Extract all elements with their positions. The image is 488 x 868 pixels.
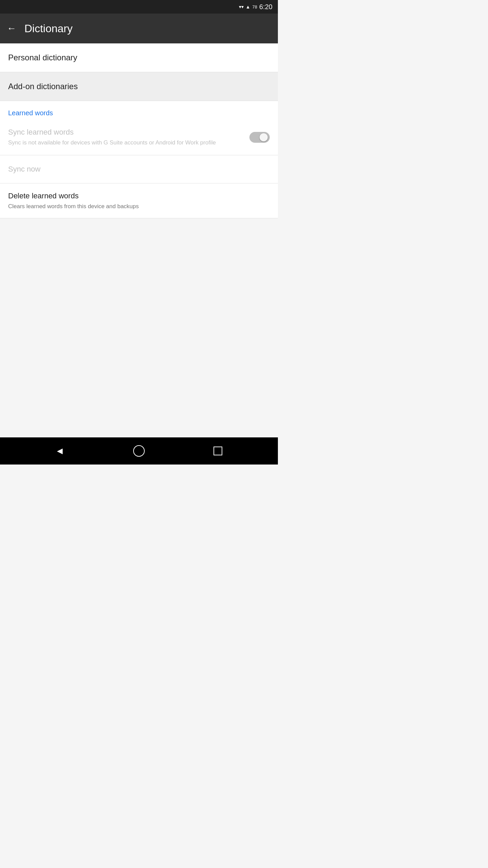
sync-learned-words-row[interactable]: Sync learned words Sync is not available…: [0, 120, 278, 155]
nav-back-icon: ◀: [57, 447, 63, 455]
personal-dictionary-label: Personal dictionary: [8, 53, 77, 62]
app-bar: ← Dictionary: [0, 14, 278, 43]
learned-words-header: Learned words: [0, 101, 278, 120]
sync-learned-words-subtitle: Sync is not available for devices with G…: [8, 139, 244, 147]
nav-back-button[interactable]: ◀: [50, 441, 70, 461]
wifi-icon: ▾▾: [239, 4, 244, 9]
nav-bar: ◀: [0, 437, 278, 465]
sync-now-row[interactable]: Sync now: [0, 155, 278, 183]
app-bar-title: Dictionary: [24, 22, 73, 35]
sync-learned-words-text: Sync learned words Sync is not available…: [8, 128, 249, 147]
sync-now-title: Sync now: [8, 165, 40, 173]
content-area: Personal dictionary Add-on dictionaries …: [0, 43, 278, 437]
nav-recent-icon: [214, 447, 222, 455]
nav-home-button[interactable]: [129, 441, 149, 461]
personal-dictionary-item[interactable]: Personal dictionary: [0, 43, 278, 72]
delete-learned-words-row[interactable]: Delete learned words Clears learned word…: [0, 183, 278, 218]
nav-recent-button[interactable]: [208, 441, 228, 461]
status-time: 6:20: [259, 3, 272, 11]
add-on-dictionaries-item[interactable]: Add-on dictionaries: [0, 72, 278, 101]
nav-home-icon: [133, 445, 145, 457]
learned-words-label: Learned words: [8, 109, 53, 117]
delete-learned-words-subtitle: Clears learned words from this device an…: [8, 203, 270, 210]
learned-words-section: Learned words Sync learned words Sync is…: [0, 101, 278, 218]
toggle-knob: [260, 133, 268, 141]
delete-learned-words-title: Delete learned words: [8, 192, 270, 200]
back-arrow-icon: ←: [7, 23, 16, 34]
battery-icon: 78: [252, 4, 257, 9]
status-icons: ▾▾ ▲ 78 6:20: [239, 3, 272, 11]
empty-space: [0, 218, 278, 354]
add-on-dictionaries-label: Add-on dictionaries: [8, 82, 78, 91]
back-button[interactable]: ←: [7, 23, 16, 34]
status-bar: ▾▾ ▲ 78 6:20: [0, 0, 278, 14]
sync-learned-words-title: Sync learned words: [8, 128, 244, 137]
signal-icon: ▲: [246, 4, 250, 9]
sync-toggle[interactable]: [249, 132, 270, 143]
